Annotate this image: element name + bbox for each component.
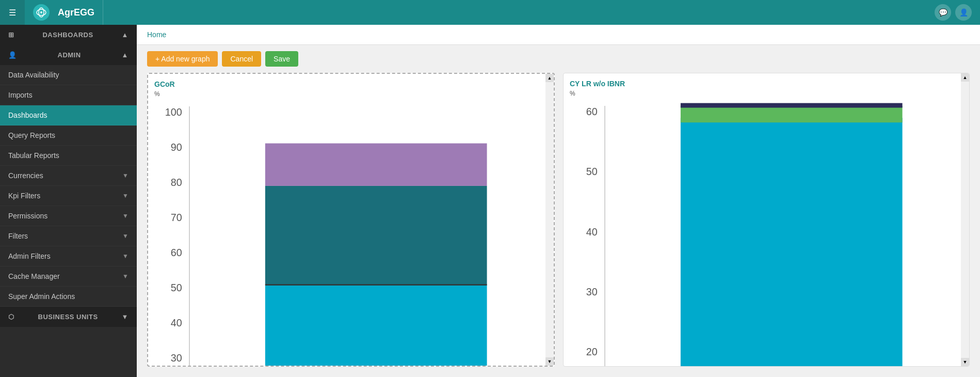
dashboards-label: Dashboards: [8, 111, 47, 119]
currencies-label: Currencies: [8, 171, 43, 180]
user-icon: 👤: [959, 8, 968, 17]
bar-gcor-purple: [265, 144, 487, 186]
chart-cy-lr: ▲ ▼ CY LR w/o IBNR % 60 50 40 30: [563, 73, 970, 367]
filters-label: Filters: [8, 232, 28, 240]
breadcrumb: Home: [137, 25, 980, 45]
admin-filters-label: Admin Filters: [8, 252, 51, 260]
toolbar: + Add new graph Cancel Save: [137, 45, 980, 73]
svg-text:30: 30: [171, 352, 182, 364]
kpi-filters-label: Kpi Filters: [8, 192, 40, 200]
logo-icon: [33, 4, 50, 21]
cancel-button[interactable]: Cancel: [222, 51, 261, 67]
currencies-chevron: ▼: [122, 172, 128, 179]
sidebar-item-dashboards[interactable]: Dashboards: [0, 105, 137, 125]
svg-text:90: 90: [171, 142, 182, 153]
sidebar-item-tabular-reports[interactable]: Tabular Reports: [0, 146, 137, 166]
chart-gcor-title: GCoR: [154, 80, 542, 88]
logo-area: AgrEGG: [25, 0, 103, 25]
permissions-chevron: ▼: [122, 212, 128, 219]
dashboards-section-label: DASHBOARDS: [42, 31, 93, 39]
svg-text:100: 100: [165, 106, 182, 118]
chart-gcor-scroll-down[interactable]: ▼: [545, 357, 554, 366]
chart-gcor: ▲ ▼ GCoR % 100 90 80 70 60 50: [147, 73, 555, 367]
sidebar-item-cache-manager[interactable]: Cache Manager ▼: [0, 266, 137, 287]
app-title: AgrEGG: [54, 7, 94, 18]
save-button[interactable]: Save: [265, 51, 298, 67]
dashboards-section-chevron: ▲: [122, 31, 128, 39]
svg-text:50: 50: [586, 166, 598, 177]
admin-section-icon: 👤: [8, 51, 17, 59]
bar-cy-teal: [681, 118, 903, 366]
bar-gcor-dark-teal: [265, 186, 487, 285]
svg-text:60: 60: [586, 106, 598, 117]
main-layout: ⊞ DASHBOARDS ▲ 👤 ADMIN ▲ Data Availabili…: [0, 25, 980, 377]
svg-text:20: 20: [586, 346, 598, 357]
sidebar-item-kpi-filters[interactable]: Kpi Filters ▼: [0, 186, 137, 206]
admin-section-chevron: ▲: [122, 51, 128, 59]
svg-text:40: 40: [586, 226, 598, 238]
filters-chevron: ▼: [122, 232, 128, 240]
chart-cy-title: CY LR w/o IBNR: [570, 80, 958, 88]
add-graph-button[interactable]: + Add new graph: [147, 51, 218, 67]
top-nav-icons: 💬 👤: [935, 4, 980, 21]
business-units-icon: ⬡: [8, 313, 14, 321]
data-availability-label: Data Availability: [8, 71, 59, 79]
cache-manager-chevron: ▼: [122, 273, 128, 280]
svg-point-2: [40, 11, 42, 13]
kpi-filters-chevron: ▼: [122, 192, 128, 199]
svg-text:80: 80: [171, 177, 182, 188]
sidebar-item-super-admin-actions[interactable]: Super Admin Actions: [0, 287, 137, 307]
tabular-reports-label: Tabular Reports: [8, 151, 59, 160]
breadcrumb-home[interactable]: Home: [147, 30, 166, 39]
sidebar-item-filters[interactable]: Filters ▼: [0, 226, 137, 246]
notification-icon: 💬: [939, 8, 947, 17]
sidebar-item-permissions[interactable]: Permissions ▼: [0, 206, 137, 226]
hamburger-icon: ☰: [9, 8, 16, 18]
svg-text:70: 70: [171, 212, 182, 223]
chart-gcor-ylabel: %: [154, 90, 542, 98]
sidebar-item-query-reports[interactable]: Query Reports: [0, 125, 137, 146]
business-units-label: BUSINESS UNITS: [38, 313, 98, 321]
chart-cy-scroll-up[interactable]: ▲: [961, 73, 969, 82]
super-admin-actions-label: Super Admin Actions: [8, 292, 75, 301]
top-nav: ☰ AgrEGG 💬 👤: [0, 0, 980, 25]
chart-cy-scroll-down[interactable]: ▼: [961, 358, 969, 366]
sidebar: ⊞ DASHBOARDS ▲ 👤 ADMIN ▲ Data Availabili…: [0, 25, 137, 377]
notifications-button[interactable]: 💬: [935, 4, 951, 21]
chart-gcor-area: GCoR % 100 90 80 70 60 50 40 30 20: [148, 74, 554, 366]
svg-text:60: 60: [171, 247, 182, 258]
sidebar-section-dashboards[interactable]: ⊞ DASHBOARDS ▲: [0, 25, 137, 45]
sidebar-item-imports[interactable]: Imports: [0, 85, 137, 105]
sidebar-section-admin[interactable]: 👤 ADMIN ▲: [0, 45, 137, 65]
bar-gcor-teal: [265, 285, 487, 366]
chart-cy-ylabel: %: [570, 90, 958, 97]
sidebar-item-admin-filters[interactable]: Admin Filters ▼: [0, 246, 137, 266]
cache-manager-label: Cache Manager: [8, 272, 60, 280]
svg-text:30: 30: [586, 286, 598, 297]
user-menu-button[interactable]: 👤: [955, 4, 972, 21]
admin-filters-chevron: ▼: [122, 253, 128, 260]
sidebar-section-business-units[interactable]: ⬡ BUSINESS UNITS ▼: [0, 307, 137, 327]
imports-label: Imports: [8, 91, 33, 99]
charts-container: ▲ ▼ GCoR % 100 90 80 70 60 50: [137, 73, 980, 377]
permissions-label: Permissions: [8, 212, 47, 220]
sidebar-item-data-availability[interactable]: Data Availability: [0, 65, 137, 85]
chart-cy-svg: 60 50 40 30 20 10: [570, 101, 958, 366]
dashboards-section-icon: ⊞: [8, 31, 14, 39]
content-area: Home + Add new graph Cancel Save ▲ ▼ GCo…: [137, 25, 980, 377]
hamburger-button[interactable]: ☰: [0, 0, 25, 25]
admin-section-label: ADMIN: [58, 51, 81, 59]
business-units-chevron: ▼: [122, 313, 128, 321]
bar-cy-navy: [681, 103, 903, 108]
svg-text:40: 40: [171, 317, 182, 328]
query-reports-label: Query Reports: [8, 131, 55, 139]
chart-gcor-scroll-up[interactable]: ▲: [545, 74, 554, 82]
sidebar-item-currencies[interactable]: Currencies ▼: [0, 166, 137, 186]
chart-cy-area: CY LR w/o IBNR % 60 50 40 30 20 10: [564, 73, 969, 366]
chart-gcor-svg: 100 90 80 70 60 50 40 30 20 10 0 -10: [154, 102, 542, 366]
bar-cy-green: [681, 106, 903, 122]
svg-text:50: 50: [171, 282, 182, 293]
